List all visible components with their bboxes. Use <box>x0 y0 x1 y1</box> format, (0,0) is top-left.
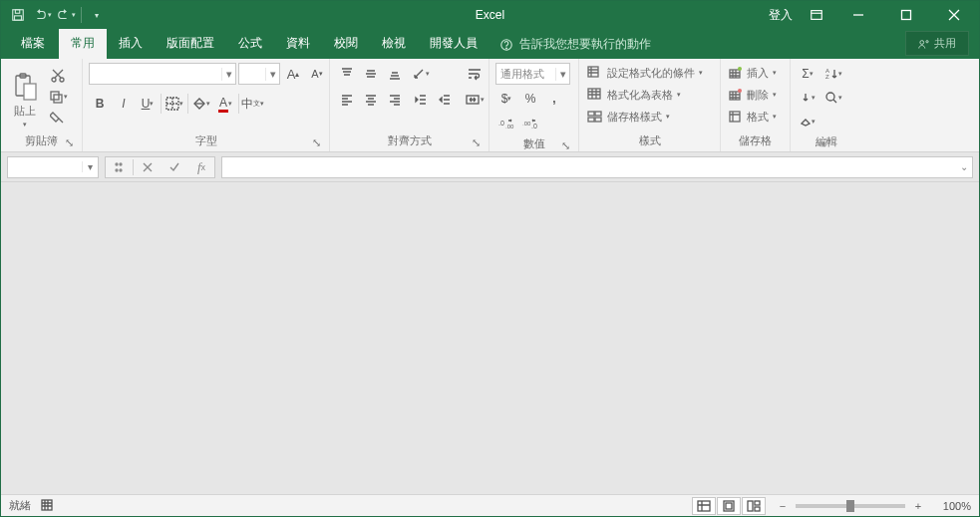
svg-point-36 <box>116 163 118 165</box>
autosum-button[interactable]: Σ▾ <box>797 63 818 85</box>
number-format-combo[interactable]: 通用格式▾ <box>495 63 570 85</box>
signin-button[interactable]: 登入 <box>764 1 798 29</box>
name-box[interactable]: ▾ <box>7 156 99 178</box>
svg-rect-28 <box>730 70 740 78</box>
font-color-button[interactable]: A▾ <box>214 93 236 115</box>
svg-text:.00: .00 <box>522 121 531 127</box>
expand-namebox-button[interactable] <box>106 157 132 177</box>
tab-insert[interactable]: 插入 <box>107 29 155 59</box>
svg-point-31 <box>738 89 742 93</box>
tab-home[interactable]: 常用 <box>59 29 107 59</box>
save-button[interactable] <box>7 4 29 26</box>
tab-developer[interactable]: 開發人員 <box>418 29 490 59</box>
svg-rect-40 <box>42 500 52 510</box>
increase-decimal-button[interactable]: .0.00 <box>495 113 517 134</box>
merge-center-button[interactable]: ▾ <box>460 89 490 111</box>
insert-function-button[interactable]: fx <box>188 157 214 177</box>
tab-view[interactable]: 檢視 <box>370 29 418 59</box>
cancel-formula-button[interactable] <box>135 157 161 177</box>
italic-button[interactable]: I <box>113 93 135 115</box>
svg-point-29 <box>738 67 742 71</box>
format-cells-button[interactable]: 格式▾ <box>727 107 779 127</box>
phonetic-guide-button[interactable]: 中文▾ <box>241 93 263 115</box>
tab-review[interactable]: 校閱 <box>322 29 370 59</box>
zoom-slider[interactable] <box>796 504 905 508</box>
delete-cells-button[interactable]: 刪除▾ <box>727 85 779 105</box>
macro-record-icon[interactable] <box>41 498 55 514</box>
fill-button[interactable]: ▾ <box>797 87 818 109</box>
font-launcher[interactable]: ⤡ <box>309 135 323 149</box>
clipboard-launcher[interactable]: ⤡ <box>62 135 76 149</box>
conditional-formatting-button[interactable]: 設定格式化的條件▾ <box>585 63 705 83</box>
increase-indent-button[interactable] <box>434 89 456 111</box>
normal-view-button[interactable] <box>692 497 716 515</box>
paste-button[interactable]: 貼上 ▾ <box>7 63 43 129</box>
format-painter-button[interactable] <box>47 109 69 127</box>
svg-rect-41 <box>698 501 710 511</box>
share-button[interactable]: 共用 <box>905 31 969 56</box>
ribbon-display-options-button[interactable] <box>800 1 833 29</box>
number-launcher[interactable]: ⤡ <box>558 138 572 152</box>
worksheet-area[interactable] <box>1 182 979 494</box>
zoom-out-button[interactable]: − <box>776 500 790 512</box>
status-ready: 就緒 <box>9 498 31 513</box>
page-break-view-button[interactable] <box>742 497 766 515</box>
alignment-launcher[interactable]: ⤡ <box>469 135 483 149</box>
cut-button[interactable] <box>47 67 69 85</box>
undo-button[interactable]: ▾ <box>31 4 53 26</box>
minimize-button[interactable] <box>835 1 881 29</box>
align-left-button[interactable] <box>336 89 358 111</box>
cell-styles-button[interactable]: 儲存格樣式▾ <box>585 107 672 127</box>
enter-formula-button[interactable] <box>162 157 187 177</box>
align-center-button[interactable] <box>360 89 382 111</box>
decrease-indent-button[interactable] <box>410 89 432 111</box>
redo-button[interactable]: ▾ <box>55 4 77 26</box>
customize-qat-button[interactable]: ▾ <box>86 4 108 26</box>
tab-page-layout[interactable]: 版面配置 <box>155 29 226 59</box>
format-as-table-button[interactable]: 格式化為表格▾ <box>585 85 683 105</box>
close-button[interactable] <box>931 1 977 29</box>
orientation-button[interactable]: ▾ <box>410 63 432 85</box>
page-layout-view-button[interactable] <box>717 497 741 515</box>
svg-rect-3 <box>812 11 822 20</box>
font-name-combo[interactable]: ▾ <box>89 63 236 85</box>
find-select-button[interactable]: ▾ <box>822 87 844 109</box>
svg-text:.0: .0 <box>498 120 504 127</box>
group-alignment: ▾ ▾ 對齊方式⤡ <box>330 59 490 151</box>
comma-style-button[interactable]: , <box>543 88 565 110</box>
tab-data[interactable]: 資料 <box>274 29 322 59</box>
clear-button[interactable]: ▾ <box>797 111 818 132</box>
svg-rect-11 <box>24 84 36 100</box>
font-size-combo[interactable]: ▾ <box>238 63 280 85</box>
zoom-in-button[interactable]: + <box>911 500 925 512</box>
fill-color-button[interactable]: ▾ <box>190 93 212 115</box>
percent-button[interactable]: % <box>519 88 541 110</box>
insert-cells-button[interactable]: 插入▾ <box>727 63 779 83</box>
increase-font-button[interactable]: A▴ <box>282 63 304 85</box>
tab-file[interactable]: 檔案 <box>7 29 59 59</box>
wrap-text-button[interactable] <box>460 63 490 85</box>
svg-rect-15 <box>54 95 62 103</box>
quick-access-toolbar: ▾ ▾ ▾ <box>1 4 108 26</box>
svg-point-39 <box>120 169 122 171</box>
bold-button[interactable]: B <box>89 93 111 115</box>
tell-me-search[interactable]: 告訴我您想要執行的動作 <box>490 30 661 59</box>
svg-rect-45 <box>755 501 760 505</box>
align-top-button[interactable] <box>336 63 358 85</box>
tab-formulas[interactable]: 公式 <box>226 29 274 59</box>
align-bottom-button[interactable] <box>384 63 406 85</box>
svg-rect-25 <box>595 112 601 116</box>
zoom-level[interactable]: 100% <box>931 500 971 512</box>
borders-button[interactable]: ▾ <box>163 93 185 115</box>
align-middle-button[interactable] <box>360 63 382 85</box>
align-right-button[interactable] <box>384 89 406 111</box>
decrease-font-button[interactable]: A▾ <box>306 63 328 85</box>
underline-button[interactable]: U▾ <box>137 93 159 115</box>
sort-filter-button[interactable]: AZ▾ <box>822 63 844 85</box>
decrease-decimal-button[interactable]: .00.0 <box>519 113 541 134</box>
formula-input[interactable]: ⌄ <box>221 156 973 178</box>
expand-formula-bar-button[interactable]: ⌄ <box>960 161 968 172</box>
copy-button[interactable]: ▾ <box>47 88 69 106</box>
maximize-button[interactable] <box>883 1 929 29</box>
currency-button[interactable]: $▾ <box>495 88 517 110</box>
